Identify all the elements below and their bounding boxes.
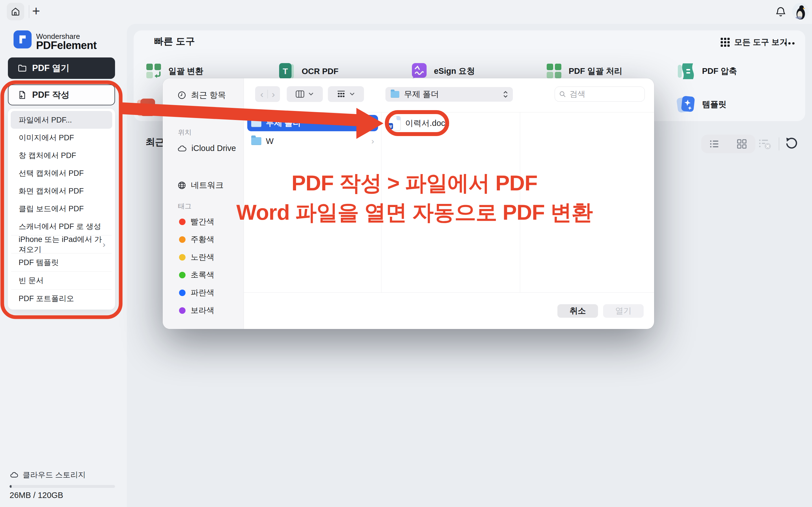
sidebar-item-icloud-drive[interactable]: iCloud Drive (177, 144, 236, 153)
search-icon (559, 91, 566, 98)
menu-item-pdf-from-window-capture[interactable]: 창 캡처에서 PDF (11, 147, 112, 164)
file-name: 이력서.docx (405, 118, 449, 129)
all-tools-grid-icon (721, 38, 730, 47)
tool-batch-convert[interactable]: 일괄 변환 (146, 62, 203, 80)
tag-dot-red (179, 219, 186, 225)
sidebar-item-recents[interactable]: 최근 항목 (177, 90, 226, 101)
grid-view-button[interactable] (728, 135, 755, 153)
folder-row[interactable]: W › (247, 133, 378, 149)
tag-yellow[interactable]: 노란색 (179, 252, 214, 263)
bell-icon (775, 6, 786, 17)
file-plus-icon (17, 90, 27, 100)
clear-recent-list-button[interactable] (758, 138, 774, 151)
search-input[interactable] (569, 89, 638, 99)
current-folder-dropdown[interactable]: 무제 폴더 (386, 87, 513, 102)
tool-templates[interactable]: 템플릿 (679, 96, 726, 113)
open-pdf-label: PDF 열기 (32, 62, 70, 74)
view-all-tools-button[interactable]: 모든 도구 보기 (721, 37, 788, 48)
penguin-avatar-image (792, 3, 809, 19)
tag-orange[interactable]: 주황색 (179, 234, 214, 245)
tool-convert-partial-icon[interactable] (137, 99, 157, 118)
tool-label: 일괄 변환 (168, 66, 203, 77)
dialog-sidebar: 최근 항목 공유 위치 iCloud Drive 네트워크 (163, 78, 244, 329)
folder-icon (251, 119, 261, 127)
home-tab-button[interactable] (7, 3, 24, 20)
open-button-disabled[interactable]: 열기 (603, 304, 644, 318)
cloud-icon (10, 470, 18, 480)
folder-row-name: W (266, 136, 273, 146)
storage-progress-bar (10, 485, 115, 488)
group-by-dropdown[interactable] (328, 86, 364, 102)
cancel-button[interactable]: 취소 (557, 304, 598, 318)
chevron-right-icon: › (371, 118, 374, 128)
cloud-storage-label: 클라우드 스토리지 (22, 470, 86, 480)
create-pdf-button[interactable]: PDF 작성 (8, 84, 115, 105)
back-button[interactable]: ‹ (260, 89, 263, 99)
batch-convert-icon (146, 62, 162, 80)
updown-chevrons-icon (503, 91, 508, 98)
file-row-docx[interactable]: W 이력서.docx (388, 116, 449, 131)
sidebar-item-network[interactable]: 네트워크 (177, 180, 223, 191)
tool-label: PDF 압축 (702, 66, 737, 77)
folder-icon (251, 137, 261, 145)
menu-item-pdf-from-file[interactable]: 파일에서 PDF... (11, 111, 112, 129)
menu-item-pdf-portfolio[interactable]: PDF 포트폴리오 (11, 290, 112, 307)
tag-green[interactable]: 초록색 (179, 270, 214, 280)
refresh-icon (784, 136, 798, 151)
tool-ocr-pdf[interactable]: T OCR PDF (279, 62, 339, 80)
avatar[interactable] (792, 3, 809, 19)
menu-item-blank-document[interactable]: 빈 문서 (11, 272, 112, 289)
menu-item-pdf-from-selection-capture[interactable]: 선택 캡처에서 PDF (11, 164, 112, 182)
search-field-container (555, 87, 645, 102)
tool-compress-pdf[interactable]: PDF 압축 (679, 62, 737, 80)
menu-item-pdf-from-image[interactable]: 이미지에서 PDF (11, 129, 112, 147)
tag-dot-yellow (179, 254, 186, 261)
storage-usage-text: 26MB / 120GB (10, 491, 63, 500)
tag-blue[interactable]: 파란색 (179, 287, 214, 298)
tool-label: 템플릿 (702, 99, 726, 110)
tool-label: OCR PDF (302, 67, 339, 76)
current-folder-name: 무제 폴더 (404, 89, 439, 100)
folder-row-name: 무제 폴더 (266, 117, 301, 129)
grid-view-icon (737, 139, 747, 149)
ocr-pdf-icon: T (279, 62, 296, 80)
view-all-tools-label: 모든 도구 보기 (734, 37, 788, 48)
column-view-icon (296, 91, 304, 98)
group-by-icon (337, 90, 345, 98)
compress-pdf-icon (679, 62, 696, 80)
footer-divider (244, 292, 654, 293)
chevron-down-icon (308, 92, 314, 96)
notifications-button[interactable] (775, 6, 786, 18)
folder-icon (391, 91, 400, 98)
word-file-icon: W (388, 116, 401, 131)
tag-red[interactable]: 빨간색 (179, 216, 214, 227)
menu-item-import-from-iphone-ipad[interactable]: iPhone 또는 iPad에서 가져오기 › (11, 235, 112, 253)
sidebar-item-shared[interactable]: 공유 (177, 107, 208, 118)
new-tab-button[interactable]: + (32, 2, 40, 20)
refresh-button[interactable] (783, 136, 799, 152)
nav-back-forward-group: ‹ › (255, 86, 280, 102)
list-view-button[interactable] (701, 135, 728, 153)
locations-section-label: 위치 (178, 128, 192, 137)
cloud-storage-link[interactable]: 클라우드 스토리지 (10, 470, 86, 480)
menu-item-pdf-from-clipboard[interactable]: 클립 보드에서 PDF (11, 200, 112, 217)
tag-purple[interactable]: 보라색 (179, 305, 214, 316)
menu-item-pdf-from-scanner[interactable]: 스캐너에서 PDF 로 생성 (11, 217, 112, 235)
menu-item-pdf-template[interactable]: PDF 템플릿 (11, 253, 112, 271)
tool-esign-request[interactable]: eSign 요청 (411, 62, 475, 80)
more-options-button[interactable] (784, 42, 795, 45)
folder-open-icon (17, 63, 27, 73)
forward-button[interactable]: › (272, 89, 275, 99)
shared-folder-icon (177, 108, 187, 117)
nav-separator (267, 90, 268, 98)
view-style-dropdown[interactable] (287, 86, 323, 102)
open-pdf-button[interactable]: PDF 열기 (8, 57, 115, 79)
tool-label: PDF 일괄 처리 (569, 66, 622, 77)
folder-row-selected[interactable]: 무제 폴더 › (247, 115, 378, 131)
chevron-right-icon: › (371, 136, 374, 146)
tool-batch-process[interactable]: PDF 일괄 처리 (546, 62, 622, 80)
quick-tools-title: 빠른 도구 (154, 35, 195, 48)
toolbar-bottom-divider (244, 112, 654, 112)
menu-item-pdf-from-screen-capture[interactable]: 화면 캡처에서 PDF (11, 182, 112, 200)
home-icon (11, 7, 20, 16)
